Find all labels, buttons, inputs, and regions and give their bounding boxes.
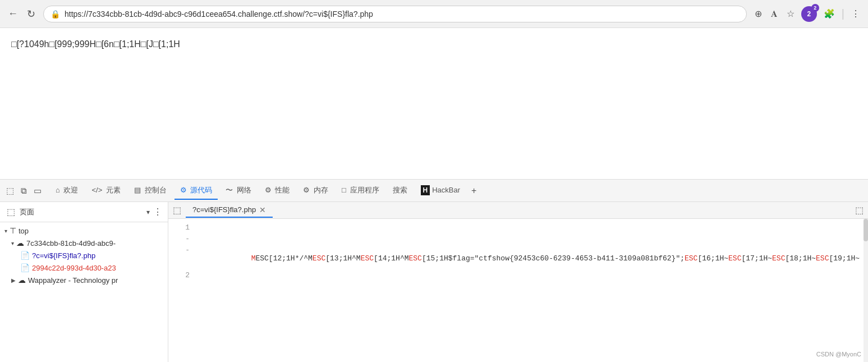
device-icon-btn[interactable]: ⧉ — [19, 184, 29, 198]
performance-icon: ⚙ — [265, 186, 272, 194]
tree-item-top[interactable]: ▾ ⊤ top — [0, 224, 168, 237]
sidebar-title: 页面 — [20, 207, 143, 217]
tree-item-domain[interactable]: ▾ ☁ 7c334cbb-81cb-4d9d-abc9- — [0, 237, 168, 249]
tree-icon-top: ⊤ — [10, 226, 16, 235]
code-m2: [13;1H^M — [325, 254, 360, 263]
code-flag-val: "ctfshow{92453c60-6239-4653-b411-3109a08… — [475, 254, 685, 263]
tab-welcome[interactable]: ⌂ 欢迎 — [50, 182, 84, 200]
tab-memory[interactable]: ⚙ 内存 — [297, 182, 334, 200]
address-bar-container: 🔒 — [43, 6, 747, 22]
separator: | — [842, 7, 844, 20]
sidebar-expand-icon[interactable]: ⬚ — [6, 205, 16, 218]
devtools-icon-group: ⬚ ⧉ ▭ — [4, 184, 43, 198]
tab-source-label: 源代码 — [190, 186, 212, 194]
sidebar-menu-button[interactable]: ⋮ — [153, 207, 162, 217]
code-esc3: ESC — [361, 254, 374, 263]
network-icon: 〜 — [226, 186, 233, 194]
code-m4: [15;1H$flag= — [422, 254, 475, 263]
code-m5: [16;1H~ — [697, 254, 728, 263]
line-content-dash2: MESC[12;1H*/^MESC[13;1H^MESC[14;1H^MESC[… — [199, 246, 864, 271]
tree-icon-fla: 📄 — [20, 251, 30, 260]
tab-console-label: 控制台 — [145, 186, 167, 194]
panel-icon-btn[interactable]: ▭ — [32, 184, 43, 198]
tab-performance[interactable]: ⚙ 性能 — [259, 182, 296, 200]
tree-label-top: top — [19, 227, 29, 235]
tab-hackbar-label: HackBar — [432, 186, 460, 194]
devtools: ⬚ ⧉ ▭ ⌂ 欢迎 </> 元素 ▤ 控制台 ⚙ 源代码 〜 网络 ⚙ 性能 — [0, 180, 868, 362]
tab-elements[interactable]: </> 元素 — [86, 182, 126, 200]
menu-button[interactable]: ⋮ — [849, 6, 862, 21]
devtools-sidebar: ⬚ 页面 ▾ ⋮ ▾ ⊤ top ▾ ☁ 7c334cbb-81cb-4d9d-… — [0, 202, 168, 362]
tab-network[interactable]: 〜 网络 — [220, 182, 257, 200]
tab-hackbar[interactable]: H HackBar — [415, 182, 466, 200]
tab-network-label: 网络 — [237, 186, 251, 194]
application-icon: □ — [342, 186, 346, 194]
sidebar-tree: ▾ ⊤ top ▾ ☁ 7c334cbb-81cb-4d9d-abc9- 📄 ?… — [0, 222, 168, 362]
code-line-1: 1 — [168, 223, 868, 235]
browser-chrome: ← ↻ 🔒 ⊕ 𝐀 ☆ 2 2 🧩 | ⋮ — [0, 0, 868, 28]
back-button[interactable]: ← — [6, 6, 20, 22]
source-tab-close-button[interactable]: ✕ — [259, 205, 266, 214]
tree-icon-domain: ☁ — [16, 239, 24, 248]
line-num-2: 2 — [173, 271, 190, 279]
zoom-button[interactable]: ⊕ — [752, 6, 764, 21]
tree-arrow-wappalyzer: ▶ — [11, 277, 16, 283]
profile-label: 2 — [807, 10, 811, 18]
code-line-dash1: - — [168, 235, 868, 246]
tree-label-wappalyzer: Wappalyzer - Technology pr — [28, 276, 118, 285]
watermark: CSDN @MyonC — [816, 351, 861, 358]
code-esc7: ESC — [772, 254, 785, 263]
address-bar[interactable] — [65, 10, 740, 19]
tab-application[interactable]: □ 应用程序 — [336, 182, 384, 200]
devtools-source: ⬚ ?c=vi${IFS}fla?.php ✕ ⬚ 1 - — [168, 202, 868, 362]
welcome-icon: ⌂ — [56, 186, 60, 194]
source-panel-expand-button[interactable]: ⬚ — [851, 203, 868, 218]
source-icon: ⚙ — [180, 186, 187, 194]
code-m6: [17;1H~ — [741, 254, 772, 263]
code-line-2: 2 — [168, 271, 868, 282]
code-main: ESC[12;1H*/^M — [255, 254, 312, 263]
source-tab-label: ?c=vi${IFS}fla?.php — [192, 205, 256, 214]
tab-performance-label: 性能 — [275, 186, 290, 194]
more-tabs-button[interactable]: + — [468, 184, 480, 198]
tree-item-2994[interactable]: 📄 2994c22d-993d-4d30-a23 — [0, 262, 168, 274]
line-num-dash1: - — [173, 235, 190, 243]
tab-welcome-label: 欢迎 — [63, 186, 78, 194]
tab-search-label: 搜索 — [393, 186, 407, 194]
tab-search[interactable]: 搜索 — [387, 182, 413, 200]
tree-label-fla: ?c=vi${IFS}fla?.php — [32, 251, 95, 260]
star-button[interactable]: ☆ — [784, 6, 797, 21]
code-area: 1 - - MESC[12;1H*/^MESC[13;1H^MESC[14;1H… — [168, 219, 868, 362]
tab-application-label: 应用程序 — [350, 186, 379, 194]
hackbar-icon: H — [421, 185, 430, 195]
scroll-thumb — [864, 219, 868, 241]
tree-arrow-top: ▾ — [4, 228, 7, 234]
font-button[interactable]: 𝐀 — [769, 7, 780, 21]
source-tabs: ⬚ ?c=vi${IFS}fla?.php ✕ ⬚ — [168, 202, 868, 219]
line-num-1: 1 — [173, 223, 190, 232]
profile-badge: 2 — [811, 4, 819, 12]
tree-item-wappalyzer[interactable]: ▶ ☁ Wappalyzer - Technology pr — [0, 274, 168, 286]
console-icon: ▤ — [134, 186, 141, 194]
profile-icon[interactable]: 2 2 — [801, 6, 817, 22]
tree-item-fla[interactable]: 📄 ?c=vi${IFS}fla?.php — [0, 249, 168, 262]
tab-source[interactable]: ⚙ 源代码 — [174, 182, 218, 200]
tree-icon-wappalyzer: ☁ — [18, 276, 26, 285]
page-text: □[?1049h□[999;999H□[6n□[1;1H□[J□[1;1H — [11, 39, 180, 49]
code-esc5: ESC — [685, 254, 697, 263]
scroll-indicator[interactable] — [864, 219, 868, 362]
source-tab-expand-button[interactable]: ⬚ — [168, 203, 186, 218]
devtools-toolbar: ⬚ ⧉ ▭ ⌂ 欢迎 </> 元素 ▤ 控制台 ⚙ 源代码 〜 网络 ⚙ 性能 — [0, 180, 868, 202]
tab-console[interactable]: ▤ 控制台 — [128, 182, 172, 200]
code-esc8: ESC — [816, 254, 829, 263]
code-esc4: ESC — [409, 254, 422, 263]
sidebar-header: ⬚ 页面 ▾ ⋮ — [0, 202, 168, 222]
lock-icon: 🔒 — [50, 10, 60, 19]
inspect-icon-btn[interactable]: ⬚ — [4, 184, 16, 198]
line-num-dash2: - — [173, 246, 190, 254]
memory-icon: ⚙ — [303, 186, 310, 194]
source-tab-file[interactable]: ?c=vi${IFS}fla?.php ✕ — [186, 203, 273, 218]
sidebar-dropdown-button[interactable]: ▾ — [146, 208, 150, 216]
extensions-button[interactable]: 🧩 — [821, 6, 837, 21]
refresh-button[interactable]: ↻ — [25, 6, 38, 22]
